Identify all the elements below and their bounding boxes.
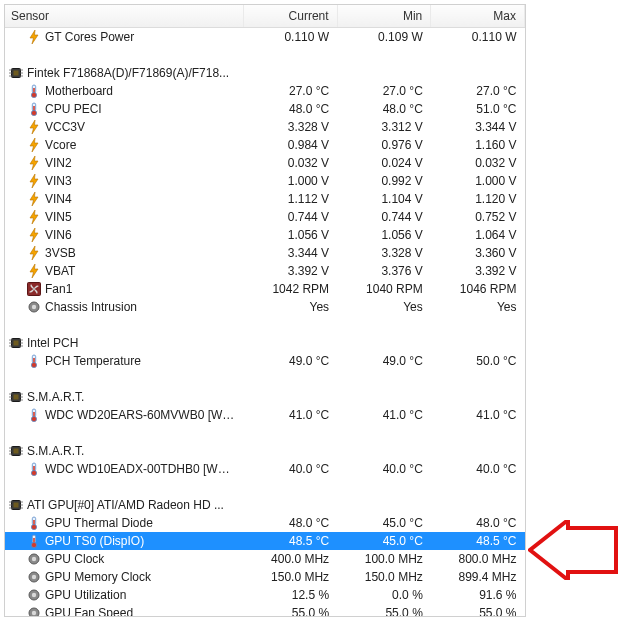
sensor-name-cell: GPU Utilization — [5, 586, 243, 604]
sensor-name-cell: GPU Clock — [5, 550, 243, 568]
svg-rect-1 — [14, 71, 19, 76]
sensor-min-cell: 45.0 °C — [337, 514, 431, 532]
sensor-row[interactable]: Fan11042 RPM1040 RPM1046 RPM — [5, 280, 525, 298]
sensor-row[interactable]: GPU TS0 (DispIO)48.5 °C45.0 °C48.5 °C — [5, 532, 525, 550]
sensor-row[interactable]: WDC WD20EARS-60MVWB0 [WD-W...41.0 °C41.0… — [5, 406, 525, 424]
sensor-group-row[interactable]: Intel PCH — [5, 334, 525, 352]
dot-icon — [27, 588, 41, 602]
svg-point-72 — [32, 611, 36, 615]
sensor-max-cell: Yes — [431, 298, 525, 316]
sensor-name-label: Vcore — [45, 138, 76, 152]
sensor-min-cell: 27.0 °C — [337, 82, 431, 100]
col-current[interactable]: Current — [243, 5, 337, 28]
sensor-name-cell: Intel PCH — [5, 334, 243, 352]
sensor-row[interactable]: GPU Clock400.0 MHz100.0 MHz800.0 MHz — [5, 550, 525, 568]
sensor-current-cell: 41.0 °C — [243, 406, 337, 424]
svg-point-13 — [31, 110, 36, 115]
sensor-max-cell: 41.0 °C — [431, 406, 525, 424]
sensor-current-cell: 3.392 V — [243, 262, 337, 280]
sensor-min-cell: 150.0 MHz — [337, 568, 431, 586]
sensor-name-label: Fintek F71868A(D)/F71869(A)/F718... — [27, 66, 229, 80]
bolt-icon — [27, 30, 41, 44]
sensor-current-cell: 1042 RPM — [243, 280, 337, 298]
sensor-group-row[interactable]: S.M.A.R.T. — [5, 442, 525, 460]
sensor-row[interactable]: GPU Fan Speed55.0 %55.0 %55.0 % — [5, 604, 525, 616]
sensor-current-cell: 27.0 °C — [243, 82, 337, 100]
sensor-row[interactable]: GPU Thermal Diode48.0 °C45.0 °C48.0 °C — [5, 514, 525, 532]
bolt-icon — [27, 174, 41, 188]
sensor-name-cell: GPU Memory Clock — [5, 568, 243, 586]
svg-point-28 — [31, 362, 36, 367]
svg-point-50 — [31, 470, 36, 475]
fan-icon — [27, 282, 41, 296]
col-max[interactable]: Max — [431, 5, 525, 28]
dot-icon — [27, 552, 41, 566]
sensor-row[interactable]: VIN61.056 V1.056 V1.064 V — [5, 226, 525, 244]
sensor-name-cell: ATI GPU[#0] ATI/AMD Radeon HD ... — [5, 496, 243, 514]
sensor-max-cell: 0.752 V — [431, 208, 525, 226]
sensor-max-cell: 800.0 MHz — [431, 550, 525, 568]
sensor-row[interactable]: VCC3V3.328 V3.312 V3.344 V — [5, 118, 525, 136]
sensor-current-cell: 48.0 °C — [243, 100, 337, 118]
column-header-row[interactable]: Sensor Current Min Max — [5, 5, 525, 28]
sensor-name-cell: VIN4 — [5, 190, 243, 208]
sensor-row[interactable]: Motherboard27.0 °C27.0 °C27.0 °C — [5, 82, 525, 100]
thermo-icon — [27, 516, 41, 530]
sensor-scroll-area[interactable]: Sensor Current Min Max GT Cores Power0.1… — [5, 5, 525, 616]
sensor-name-label: GPU Fan Speed — [45, 606, 133, 616]
sensor-row[interactable]: VIN31.000 V0.992 V1.000 V — [5, 172, 525, 190]
sensor-row[interactable]: VIN41.112 V1.104 V1.120 V — [5, 190, 525, 208]
sensor-row[interactable]: Chassis IntrusionYesYesYes — [5, 298, 525, 316]
sensor-name-cell: GPU Fan Speed — [5, 604, 243, 616]
sensor-row[interactable]: WDC WD10EADX-00TDHB0 [WD-W...40.0 °C40.0… — [5, 460, 525, 478]
sensor-group-row[interactable]: Fintek F71868A(D)/F71869(A)/F718... — [5, 64, 525, 82]
spacer-row — [5, 478, 525, 496]
sensor-current-cell — [243, 442, 337, 460]
sensor-name-cell: GT Cores Power — [5, 28, 243, 47]
sensor-current-cell: 150.0 MHz — [243, 568, 337, 586]
svg-point-10 — [31, 92, 36, 97]
svg-point-70 — [32, 593, 36, 597]
sensor-row[interactable]: VIN20.032 V0.024 V0.032 V — [5, 154, 525, 172]
sensor-row[interactable]: Vcore0.984 V0.976 V1.160 V — [5, 136, 525, 154]
svg-point-64 — [31, 542, 36, 547]
sensor-current-cell: 48.0 °C — [243, 514, 337, 532]
sensor-max-cell: 40.0 °C — [431, 460, 525, 478]
sensor-current-cell: 40.0 °C — [243, 460, 337, 478]
sensor-row[interactable]: GPU Memory Clock150.0 MHz150.0 MHz899.4 … — [5, 568, 525, 586]
sensor-row[interactable]: GPU Utilization12.5 %0.0 %91.6 % — [5, 586, 525, 604]
sensor-max-cell: 1.064 V — [431, 226, 525, 244]
sensor-min-cell: 45.0 °C — [337, 532, 431, 550]
sensor-name-cell: Motherboard — [5, 82, 243, 100]
sensor-row[interactable]: 3VSB3.344 V3.328 V3.360 V — [5, 244, 525, 262]
sensor-max-cell — [431, 64, 525, 82]
col-sensor[interactable]: Sensor — [5, 5, 243, 28]
sensor-name-label: Chassis Intrusion — [45, 300, 137, 314]
sensor-min-cell — [337, 442, 431, 460]
sensor-min-cell: 3.376 V — [337, 262, 431, 280]
spacer-row — [5, 370, 525, 388]
sensor-max-cell: 48.5 °C — [431, 532, 525, 550]
sensor-group-row[interactable]: S.M.A.R.T. — [5, 388, 525, 406]
sensor-panel: Sensor Current Min Max GT Cores Power0.1… — [4, 4, 526, 617]
bolt-icon — [27, 210, 41, 224]
sensor-min-cell: Yes — [337, 298, 431, 316]
svg-point-15 — [33, 288, 36, 291]
sensor-name-label: GPU Utilization — [45, 588, 126, 602]
sensor-current-cell: 0.984 V — [243, 136, 337, 154]
sensor-min-cell — [337, 388, 431, 406]
chip-icon — [9, 336, 23, 350]
sensor-name-label: WDC WD20EARS-60MVWB0 [WD-W... — [45, 408, 243, 422]
sensor-row[interactable]: VBAT3.392 V3.376 V3.392 V — [5, 262, 525, 280]
sensor-name-cell: GPU Thermal Diode — [5, 514, 243, 532]
dot-icon — [27, 300, 41, 314]
col-min[interactable]: Min — [337, 5, 431, 28]
sensor-name-cell: Fintek F71868A(D)/F71869(A)/F718... — [5, 64, 243, 82]
sensor-name-label: GPU Clock — [45, 552, 104, 566]
sensor-row[interactable]: PCH Temperature49.0 °C49.0 °C50.0 °C — [5, 352, 525, 370]
sensor-row[interactable]: VIN50.744 V0.744 V0.752 V — [5, 208, 525, 226]
sensor-name-cell: S.M.A.R.T. — [5, 388, 243, 406]
sensor-group-row[interactable]: ATI GPU[#0] ATI/AMD Radeon HD ... — [5, 496, 525, 514]
sensor-row[interactable]: CPU PECI48.0 °C48.0 °C51.0 °C — [5, 100, 525, 118]
sensor-row[interactable]: GT Cores Power0.110 W0.109 W0.110 W — [5, 28, 525, 47]
